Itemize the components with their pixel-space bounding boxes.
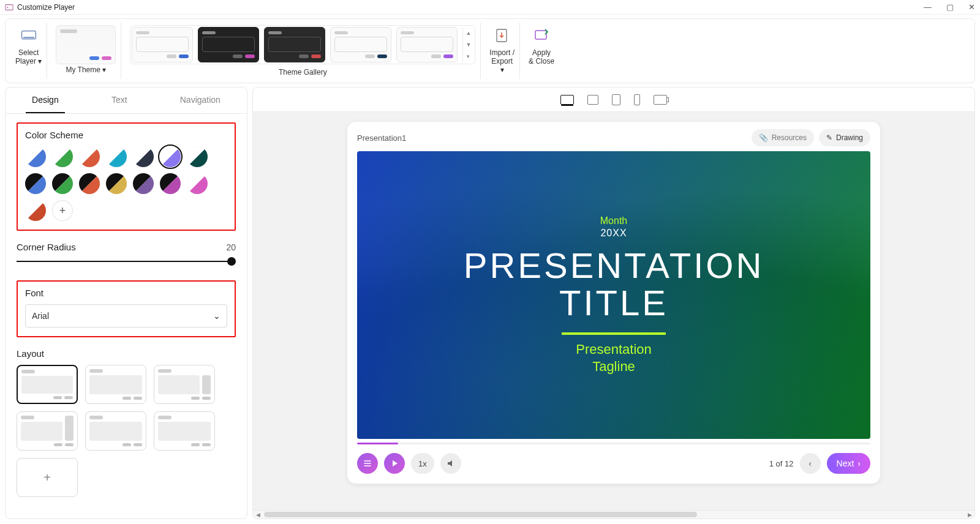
design-panel: Design Text Navigation Color Scheme + Co… <box>5 87 247 519</box>
svg-rect-0 <box>6 4 13 10</box>
menu-button[interactable] <box>357 453 378 474</box>
font-value: Arial <box>32 311 49 321</box>
device-tablet-portrait[interactable] <box>612 94 620 105</box>
close-button[interactable]: ✕ <box>968 3 975 11</box>
corner-radius-label: Corner Radius <box>17 242 76 252</box>
color-swatch[interactable] <box>25 200 46 221</box>
preview-panel: Presentation1 📎 Resources ✎ Drawing Mont… <box>252 87 975 519</box>
add-swatch-button[interactable]: + <box>52 200 73 221</box>
pencil-icon: ✎ <box>826 133 832 142</box>
tab-navigation[interactable]: Navigation <box>174 88 227 113</box>
color-swatch[interactable] <box>25 146 46 167</box>
gallery-scroll-down[interactable]: ▼ <box>463 39 473 50</box>
project-title: Presentation1 <box>357 133 406 143</box>
my-theme-button[interactable]: My Theme ▾ <box>51 23 121 79</box>
theme-gallery: ▲ ▼ ▾ Theme Gallery <box>125 23 481 79</box>
chevron-down-icon: ⌄ <box>213 311 221 321</box>
drawing-button[interactable]: ✎ Drawing <box>819 129 870 146</box>
window-title: Customize Player <box>17 3 75 12</box>
panel-tabs: Design Text Navigation <box>6 88 247 114</box>
font-section: Font Arial ⌄ <box>17 280 236 337</box>
next-button[interactable]: Next› <box>827 453 870 474</box>
theme-thumb[interactable] <box>132 27 193 62</box>
theme-thumb[interactable] <box>330 27 391 62</box>
theme-thumb[interactable] <box>264 27 325 62</box>
preview-hscrollbar[interactable]: ◀ ▶ <box>253 510 974 518</box>
color-swatch[interactable] <box>187 173 208 194</box>
chevron-right-icon: › <box>858 458 861 468</box>
layout-add[interactable]: + <box>17 458 78 497</box>
layout-option[interactable] <box>154 365 215 404</box>
import-export-button[interactable]: Import /Export▾ <box>484 23 520 79</box>
theme-thumb[interactable] <box>396 27 458 62</box>
color-swatch[interactable] <box>187 146 208 167</box>
layout-label: Layout <box>17 348 236 359</box>
color-scheme-title: Color Scheme <box>25 130 227 140</box>
color-swatch[interactable] <box>52 173 73 194</box>
color-swatch[interactable] <box>79 146 100 167</box>
slide-title: PRESENTATIONTITLE <box>464 247 764 322</box>
minimize-button[interactable]: — <box>924 3 932 11</box>
titlebar: Customize Player — ▢ ✕ <box>0 0 980 15</box>
play-button[interactable] <box>384 453 405 474</box>
theme-thumb[interactable] <box>198 27 259 62</box>
page-counter: 1 of 12 <box>769 459 794 468</box>
scroll-left[interactable]: ◀ <box>253 511 263 518</box>
scroll-right[interactable]: ▶ <box>965 511 974 518</box>
corner-radius-value: 20 <box>226 242 236 252</box>
color-swatch[interactable] <box>52 146 73 167</box>
slide-year: 20XX <box>600 228 627 239</box>
color-swatch[interactable] <box>106 173 127 194</box>
tab-design[interactable]: Design <box>26 88 65 113</box>
resources-button[interactable]: 📎 Resources <box>752 129 814 146</box>
prev-button[interactable]: ‹ <box>800 453 821 474</box>
gallery-expand[interactable]: ▾ <box>463 51 473 62</box>
corner-radius-slider[interactable] <box>17 256 236 267</box>
player-preview: Presentation1 📎 Resources ✎ Drawing Mont… <box>347 122 880 484</box>
device-phone[interactable] <box>634 94 640 105</box>
layout-option[interactable] <box>85 411 146 451</box>
slide-divider <box>562 332 666 335</box>
paperclip-icon: 📎 <box>759 133 768 142</box>
gallery-scroll-up[interactable]: ▲ <box>463 27 473 39</box>
apply-close-icon <box>531 25 552 46</box>
layout-option[interactable] <box>17 365 78 404</box>
color-swatch[interactable] <box>160 173 181 194</box>
volume-button[interactable] <box>440 453 461 474</box>
svg-rect-5 <box>535 31 546 39</box>
color-swatch[interactable] <box>133 146 154 167</box>
my-theme-thumb <box>56 25 116 64</box>
apply-close-button[interactable]: Apply& Close <box>524 23 559 79</box>
device-wide[interactable] <box>654 95 667 105</box>
player-icon <box>18 25 39 46</box>
svg-rect-3 <box>23 37 34 38</box>
speed-button[interactable]: 1x <box>411 453 434 474</box>
color-swatch[interactable] <box>133 173 154 194</box>
layout-option[interactable] <box>154 411 215 451</box>
slide-preview: Month 20XX PRESENTATIONTITLE Presentatio… <box>357 151 870 439</box>
layout-option[interactable] <box>85 365 146 404</box>
color-swatch[interactable] <box>25 173 46 194</box>
color-scheme-section: Color Scheme + <box>17 122 236 231</box>
font-select[interactable]: Arial ⌄ <box>25 304 227 328</box>
svg-point-1 <box>7 6 8 7</box>
color-swatch[interactable] <box>106 146 127 167</box>
device-desktop[interactable] <box>560 95 574 105</box>
slide-tagline: PresentationTagline <box>576 341 652 375</box>
ribbon: SelectPlayer ▾ My Theme ▾ ▲ <box>0 15 980 87</box>
select-player-button[interactable]: SelectPlayer ▾ <box>10 23 47 79</box>
gallery-label: Theme Gallery <box>279 68 327 77</box>
slide-month: Month <box>600 215 627 226</box>
color-swatch[interactable] <box>79 173 100 194</box>
tab-text[interactable]: Text <box>105 88 134 113</box>
device-bar <box>253 88 974 112</box>
import-export-icon <box>492 25 513 46</box>
app-icon <box>5 3 13 12</box>
maximize-button[interactable]: ▢ <box>946 3 954 11</box>
font-label: Font <box>25 288 227 298</box>
device-tablet-landscape[interactable] <box>587 95 598 105</box>
layout-grid: + <box>17 365 236 497</box>
color-swatch[interactable] <box>160 146 181 167</box>
layout-option[interactable] <box>17 411 78 451</box>
